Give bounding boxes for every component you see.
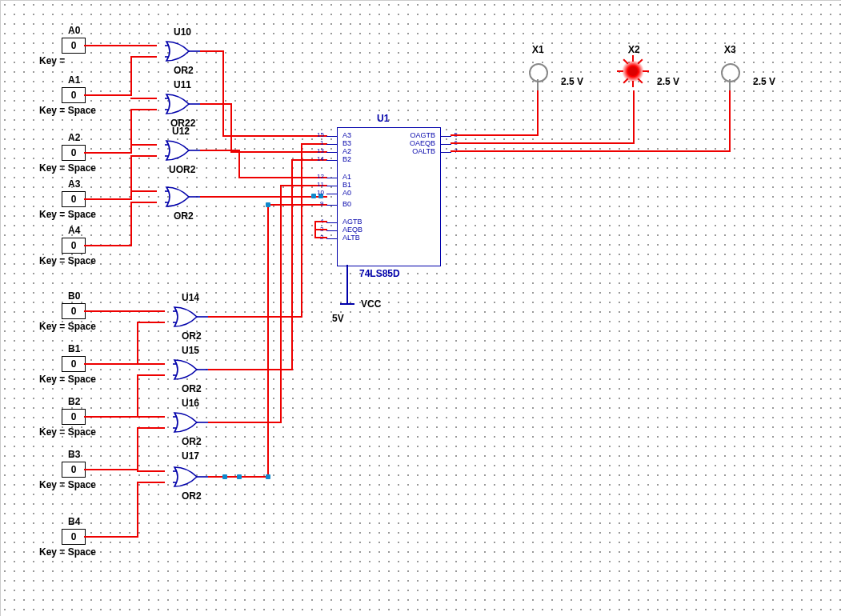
wire [137,416,165,418]
wire [200,150,240,151]
ref-U15: U15 [182,345,199,356]
label-A4: A4 [68,225,80,236]
wire [280,185,282,423]
wire [130,190,157,192]
wire [301,143,302,318]
key-B0: Key = Space [39,321,96,332]
wire [84,94,132,96]
wire [316,221,327,222]
key-B2: Key = Space [39,426,96,438]
wire [451,150,731,152]
wire [137,427,138,470]
wire [137,482,138,538]
switch-B3[interactable]: 0 [62,462,86,478]
wire [137,374,165,376]
wire [130,56,132,96]
label-A0: A0 [68,25,80,36]
ref-U12: U12 [172,126,190,137]
label-B3: B3 [68,449,80,460]
switch-B4[interactable]: 0 [62,529,86,545]
type-U13: OR2 [174,210,194,222]
switch-A0[interactable]: 0 [62,38,86,54]
wire [130,155,157,157]
chip-part: 74LS85D [359,268,400,279]
gate-U13 [165,185,203,211]
wire [130,144,157,146]
wire [451,142,635,144]
vcc-wire [340,303,354,305]
switch-B2[interactable]: 0 [62,409,86,425]
wire [208,316,302,318]
vcc-value: 5V [332,313,344,324]
junction-node [266,202,270,207]
label-B1: B1 [68,343,80,354]
ref-U16: U16 [182,398,199,409]
vcc-wire [346,265,348,303]
type-U12: UOR2 [169,164,195,175]
wire [137,470,165,472]
wire [316,237,327,238]
switch-B1[interactable]: 0 [62,356,86,372]
wire [84,245,132,246]
key-A0: Key = [39,55,65,66]
label-A2: A2 [68,132,80,143]
switch-A4[interactable]: 0 [62,238,86,254]
wire [137,427,165,429]
label-B2: B2 [68,396,80,407]
switch-B0[interactable]: 0 [62,303,86,319]
wire [314,221,316,238]
key-B4: Key = Space [39,546,96,558]
key-A4: Key = Space [39,255,96,266]
wire [137,374,138,418]
key-B3: Key = Space [39,479,96,490]
probe-label-X2: X2 [628,44,640,55]
type-U16: OR2 [182,436,202,447]
junction-node [222,474,227,479]
gate-U15 [173,358,211,384]
gate-U11 [165,92,203,118]
gate-U16 [173,410,211,437]
probe-label-X3: X3 [724,44,736,55]
label-B4: B4 [68,516,80,527]
wire [137,322,138,365]
label-A3: A3 [68,178,80,190]
wire [130,109,132,154]
ref-U14: U14 [182,292,199,303]
probe-val-X3: 2.5 V [753,76,775,87]
wire [84,45,157,46]
switch-A3[interactable]: 0 [62,191,86,207]
wire [200,103,232,105]
switch-A2[interactable]: 0 [62,145,86,161]
gate-U10 [165,39,203,66]
chip-ref: U1 [377,113,389,124]
wire [238,177,327,178]
gate-U14 [173,305,211,331]
gate-U12 [165,138,203,165]
wire [137,322,165,323]
type-U10: OR2 [174,65,194,76]
wire [130,98,157,99]
wire [200,196,248,198]
wire [130,202,132,246]
wire [137,482,165,483]
type-U14: OR2 [182,330,202,342]
type-U15: OR2 [182,383,202,394]
wire [84,416,138,418]
wire [84,198,132,200]
wire [267,204,327,206]
wire [222,135,327,137]
wire [84,152,132,154]
junction-node [311,194,316,198]
wire [208,422,282,423]
wire [130,56,157,58]
wire [222,50,224,137]
wire [130,109,157,110]
wire [316,229,327,230]
wire [230,103,232,153]
probe-X2-lit [622,60,644,82]
wire [84,310,165,312]
wire [130,202,157,203]
switch-A1[interactable]: 0 [62,87,86,103]
wire [230,151,327,153]
junction-node [266,474,270,479]
